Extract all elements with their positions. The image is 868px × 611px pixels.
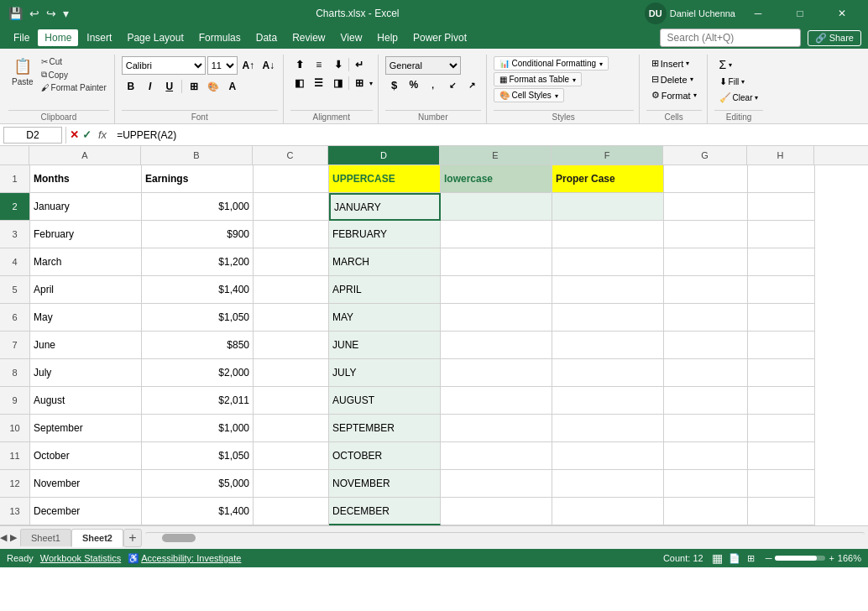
cell-a4[interactable]: March [30,248,142,276]
cell-b2[interactable]: $1,000 [142,193,254,221]
merge-dropdown[interactable]: ▾ [369,80,373,87]
align-left-button[interactable]: ◧ [290,75,309,91]
cell-b11[interactable]: $1,050 [142,442,254,470]
cell-a13[interactable]: December [30,498,142,525]
cell-c5[interactable] [254,276,329,304]
cell-h8[interactable] [748,359,815,387]
currency-button[interactable]: $ [385,76,404,93]
cell-f4[interactable] [552,248,664,276]
sheet-tab-1[interactable]: Sheet1 [20,529,71,546]
tab-scroll-right[interactable]: ▶ [10,532,17,543]
cell-c4[interactable] [254,248,329,276]
row-header-10[interactable]: 10 [0,415,29,442]
save-icon[interactable]: 💾 [7,5,24,22]
cell-g9[interactable] [664,387,748,415]
user-avatar[interactable]: DU [645,3,667,24]
row-header-9[interactable]: 9 [0,387,29,415]
cell-e1[interactable]: lowercase [441,165,552,193]
zoom-out-button[interactable]: ─ [766,553,772,563]
cell-b3[interactable]: $900 [142,221,254,248]
row-header-8[interactable]: 8 [0,359,29,387]
page-layout-view-button[interactable]: 📄 [727,551,742,566]
cell-c6[interactable] [254,304,329,332]
align-top-button[interactable]: ⬆ [290,56,309,73]
format-cells-button[interactable]: ⚙ Format ▾ [646,88,702,102]
cell-a2[interactable]: January [30,193,142,221]
col-header-h[interactable]: H [747,146,814,164]
menu-view[interactable]: View [334,29,369,46]
row-header-6[interactable]: 6 [0,304,29,332]
increase-decimal-button[interactable]: ↗ [463,76,481,93]
col-header-g[interactable]: G [663,146,747,164]
menu-formulas[interactable]: Formulas [192,29,248,46]
cell-c12[interactable] [254,470,329,498]
menu-review[interactable]: Review [285,29,332,46]
cell-f3[interactable] [552,221,664,248]
cell-a7[interactable]: June [30,332,142,359]
col-header-b[interactable]: B [141,146,253,164]
cell-f12[interactable] [552,470,664,498]
cell-d11[interactable]: OCTOBER [329,442,441,470]
scroll-thumb[interactable] [162,534,196,542]
format-as-table-button[interactable]: ▦ Format as Table ▾ [494,72,582,86]
cell-b12[interactable]: $5,000 [142,470,254,498]
cell-d2[interactable]: JANUARY [329,193,441,221]
menu-insert[interactable]: Insert [80,29,118,46]
cancel-formula-icon[interactable]: ✕ [70,128,79,141]
cut-button[interactable]: ✂ Cut [39,56,109,67]
border-button[interactable]: ⊞ [185,78,203,95]
col-header-d[interactable]: D [328,146,440,164]
confirm-formula-icon[interactable]: ✓ [82,128,92,141]
cell-f5[interactable] [552,276,664,304]
tab-scroll-left[interactable]: ◀ [0,532,7,543]
bold-button[interactable]: B [122,78,140,95]
cell-e12[interactable] [441,470,552,498]
paste-button[interactable]: 📋 Paste [8,56,37,88]
page-break-view-button[interactable]: ⊞ [744,551,759,566]
cell-g1[interactable] [664,165,748,193]
percent-button[interactable]: % [405,76,423,93]
share-button[interactable]: 🔗 Share [808,30,861,46]
cell-b10[interactable]: $1,000 [142,415,254,442]
zoom-in-button[interactable]: + [829,553,834,563]
cell-e3[interactable] [441,221,552,248]
formula-input[interactable] [113,127,865,144]
number-format-select[interactable]: General [385,56,461,75]
cell-a5[interactable]: April [30,276,142,304]
row-header-12[interactable]: 12 [0,470,29,498]
cell-b1[interactable]: Earnings [142,165,254,193]
cell-g10[interactable] [664,415,748,442]
cell-h12[interactable] [748,470,815,498]
format-painter-button[interactable]: 🖌 Format Painter [39,82,109,93]
copy-button[interactable]: ⧉ Copy [39,69,109,81]
sheet-tab-2[interactable]: Sheet2 [71,529,123,547]
maximize-button[interactable]: □ [781,0,819,27]
insert-cells-button[interactable]: ⊞ Insert ▾ [646,56,695,70]
menu-help[interactable]: Help [370,29,405,46]
cell-f13[interactable] [552,498,664,525]
row-header-11[interactable]: 11 [0,442,29,470]
col-header-c[interactable]: C [253,146,328,164]
cell-d3[interactable]: FEBRUARY [329,221,441,248]
cell-c8[interactable] [254,359,329,387]
cell-g5[interactable] [664,276,748,304]
undo-icon[interactable]: ↩ [28,5,41,22]
cell-h10[interactable] [748,415,815,442]
menu-page-layout[interactable]: Page Layout [120,29,190,46]
row-header-1[interactable]: 1 [0,165,29,193]
cell-h1[interactable] [748,165,815,193]
customize-qat-icon[interactable]: ▾ [61,5,71,22]
cell-c7[interactable] [254,332,329,359]
align-right-button[interactable]: ◨ [329,75,348,91]
cell-b4[interactable]: $1,200 [142,248,254,276]
cell-d10[interactable]: SEPTEMBER [329,415,441,442]
cell-e8[interactable] [441,359,552,387]
cell-g6[interactable] [664,304,748,332]
cell-c9[interactable] [254,387,329,415]
cell-a8[interactable]: July [30,359,142,387]
row-header-4[interactable]: 4 [0,248,29,276]
search-input[interactable] [660,29,801,47]
align-bottom-button[interactable]: ⬇ [329,56,348,73]
fill-button[interactable]: ⬇ Fill ▾ [714,75,750,89]
cell-styles-button[interactable]: 🎨 Cell Styles ▾ [494,88,564,102]
